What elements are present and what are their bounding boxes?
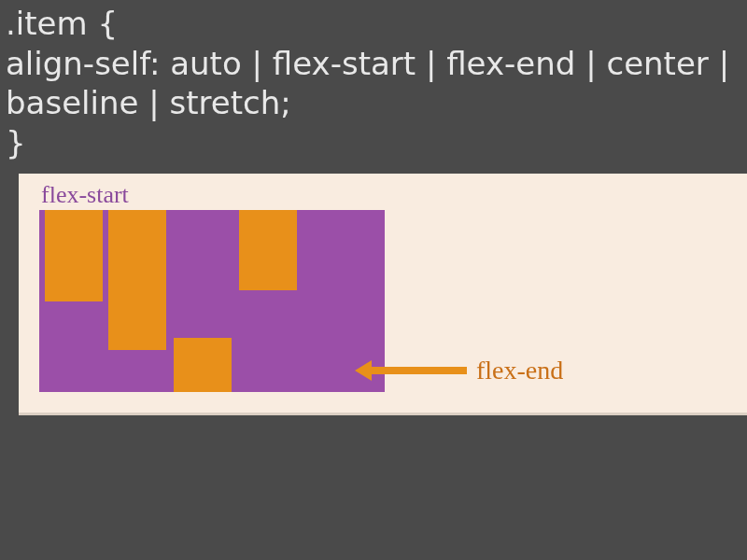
code-line-2: align-self: auto | flex-start | flex-end…	[6, 44, 741, 123]
css-code-block: .item { align-self: auto | flex-start | …	[0, 0, 747, 174]
flex-item	[239, 210, 297, 290]
code-line-1: .item {	[6, 4, 741, 44]
flex-diagram: flex-start flex-end	[19, 174, 747, 415]
code-line-3: }	[6, 123, 741, 163]
flex-item	[45, 210, 103, 301]
label-flex-end: flex-end	[476, 356, 563, 385]
label-flex-start: flex-start	[41, 181, 747, 209]
flex-container	[39, 210, 385, 392]
flex-item	[108, 210, 166, 350]
flex-item	[174, 338, 232, 392]
